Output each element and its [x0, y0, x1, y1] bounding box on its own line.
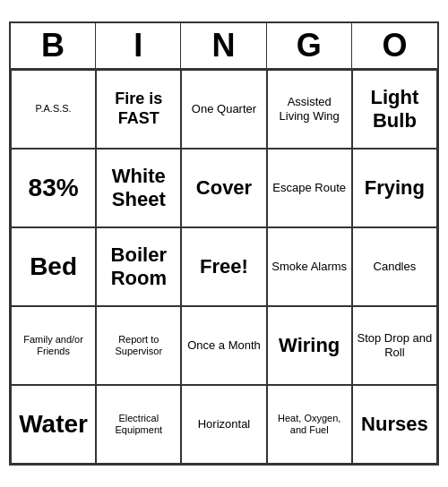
bingo-cell-0: P.A.S.S. — [11, 70, 96, 149]
bingo-cell-23: Heat, Oxygen, and Fuel — [267, 385, 352, 464]
bingo-cell-13: Smoke Alarms — [267, 227, 352, 306]
header-letter-i: I — [96, 23, 181, 68]
bingo-header: BINGO — [11, 23, 437, 70]
bingo-cell-19: Stop Drop and Roll — [352, 306, 437, 385]
bingo-cell-24: Nurses — [352, 385, 437, 464]
bingo-cell-11: Boiler Room — [96, 227, 181, 306]
bingo-cell-8: Escape Route — [267, 149, 352, 227]
bingo-card: BINGO P.A.S.S.Fire is FASTOne QuarterAss… — [9, 21, 439, 466]
bingo-cell-16: Report to Supervisor — [96, 306, 181, 385]
bingo-cell-17: Once a Month — [181, 306, 266, 385]
bingo-cell-22: Horizontal — [181, 385, 266, 464]
bingo-cell-9: Frying — [352, 149, 437, 227]
bingo-cell-4: Light Bulb — [352, 70, 437, 149]
bingo-cell-21: Electrical Equipment — [96, 385, 181, 464]
bingo-cell-1: Fire is FAST — [96, 70, 181, 149]
bingo-cell-10: Bed — [11, 227, 96, 306]
bingo-cell-20: Water — [11, 385, 96, 464]
bingo-cell-6: White Sheet — [96, 149, 181, 227]
header-letter-b: B — [11, 23, 96, 68]
bingo-grid: P.A.S.S.Fire is FASTOne QuarterAssisted … — [11, 70, 437, 464]
bingo-cell-15: Family and/or Friends — [11, 306, 96, 385]
bingo-cell-14: Candles — [352, 227, 437, 306]
bingo-cell-18: Wiring — [267, 306, 352, 385]
header-letter-n: N — [181, 23, 266, 68]
bingo-cell-3: Assisted Living Wing — [267, 70, 352, 149]
bingo-cell-5: 83% — [11, 149, 96, 227]
bingo-cell-7: Cover — [181, 149, 266, 227]
bingo-cell-12: Free! — [181, 227, 266, 306]
header-letter-g: G — [267, 23, 352, 68]
bingo-cell-2: One Quarter — [181, 70, 266, 149]
header-letter-o: O — [352, 23, 437, 68]
